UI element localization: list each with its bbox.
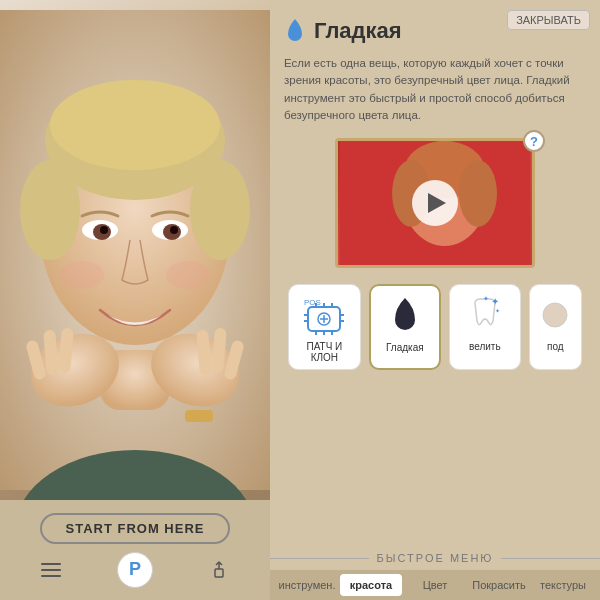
tab-color[interactable]: Цвет	[404, 574, 466, 596]
tool-whiten[interactable]: ✦ ✦ ✦ велить	[449, 284, 521, 370]
hamburger-icon	[41, 563, 61, 577]
smooth-icon	[383, 294, 427, 338]
description: Если есть одна вещь, которую каждый хоче…	[284, 55, 586, 124]
tool-patch-clone[interactable]: POS	[288, 284, 361, 370]
tool-smooth[interactable]: Гладкая	[369, 284, 441, 370]
close-button[interactable]: ЗАКРЫВАТЬ	[507, 10, 590, 30]
patch-icon: POS	[302, 293, 346, 337]
face-svg	[0, 0, 270, 500]
bottom-icons: P	[35, 552, 235, 588]
tool-smooth-label: Гладкая	[386, 342, 424, 353]
start-button[interactable]: START FROM HERE	[40, 513, 231, 544]
smooth-svg	[385, 294, 425, 338]
help-badge[interactable]: ?	[523, 130, 545, 152]
right-panel: ЗАКРЫВАТЬ Гладкая Если есть одна вещь, к…	[270, 0, 600, 600]
divider-left	[270, 558, 369, 559]
tool-whiten-label: велить	[469, 341, 501, 352]
tab-textures[interactable]: текстуры	[532, 574, 594, 596]
left-bottom-bar: START FROM HERE P	[0, 500, 270, 600]
menu-button[interactable]	[35, 554, 67, 586]
quick-menu-bar: БЫСТРОЕ МЕНЮ	[270, 546, 600, 570]
tool-partial[interactable]: под	[529, 284, 582, 370]
svg-text:POS: POS	[304, 298, 321, 307]
svg-point-51	[543, 303, 567, 327]
svg-rect-25	[185, 410, 213, 422]
play-button[interactable]	[412, 180, 458, 226]
divider-right	[501, 558, 600, 559]
tabs-row: инструмен. красота Цвет Покрасить тексту…	[270, 570, 600, 600]
right-content: Гладкая Если есть одна вещь, которую каж…	[270, 0, 600, 534]
tab-instruments[interactable]: инструмен.	[276, 574, 338, 596]
svg-rect-26	[215, 569, 223, 577]
left-panel: START FROM HERE P	[0, 0, 270, 600]
drop-icon	[284, 17, 306, 45]
panel-title: Гладкая	[314, 18, 402, 44]
svg-point-32	[459, 160, 497, 227]
whiten-svg: ✦ ✦ ✦	[463, 293, 507, 337]
svg-text:✦: ✦	[495, 308, 500, 314]
svg-point-14	[170, 226, 178, 234]
partial-svg	[540, 293, 570, 337]
tab-beauty[interactable]: красота	[340, 574, 402, 596]
tool-patch-label: ПАТЧ И КЛОН	[295, 341, 354, 363]
tab-paint[interactable]: Покрасить	[468, 574, 530, 596]
share-button[interactable]	[203, 554, 235, 586]
photo-area	[0, 0, 270, 500]
menu-line-2	[41, 569, 61, 571]
video-thumbnail[interactable]	[335, 138, 535, 268]
svg-point-8	[190, 160, 250, 260]
svg-point-7	[20, 160, 80, 260]
svg-point-6	[50, 80, 220, 170]
quick-menu-label: БЫСТРОЕ МЕНЮ	[377, 552, 494, 564]
svg-text:✦: ✦	[491, 296, 499, 307]
whiten-icon: ✦ ✦ ✦	[463, 293, 507, 337]
tool-partial-label: под	[547, 341, 564, 352]
svg-point-16	[166, 261, 210, 289]
svg-text:✦: ✦	[483, 295, 489, 302]
svg-point-15	[60, 261, 104, 289]
share-icon	[208, 559, 230, 581]
patch-svg: POS	[302, 293, 346, 337]
menu-line-1	[41, 563, 61, 565]
model-photo	[0, 0, 270, 500]
svg-point-13	[100, 226, 108, 234]
video-wrapper: ?	[335, 138, 535, 268]
tools-row: POS	[284, 284, 586, 370]
menu-line-3	[41, 575, 61, 577]
p-logo-button[interactable]: P	[117, 552, 153, 588]
partial-icon	[533, 293, 577, 337]
play-icon	[428, 193, 446, 213]
